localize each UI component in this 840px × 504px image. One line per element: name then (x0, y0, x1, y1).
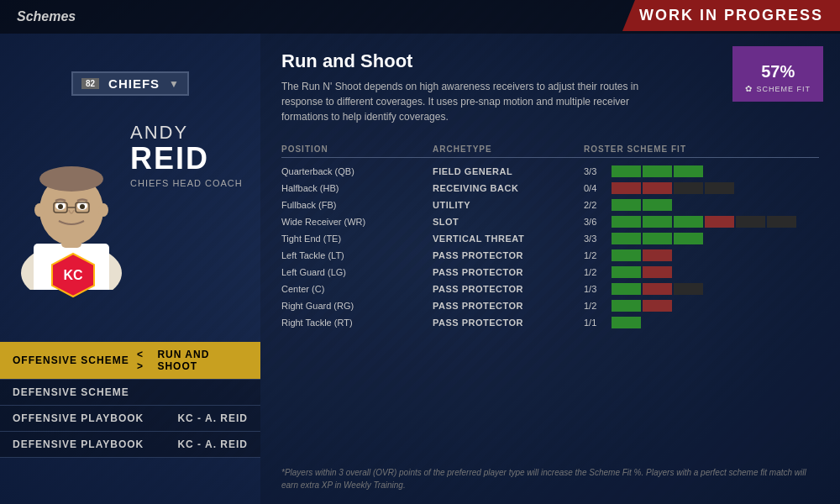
main-content: 82 CHIEFS ▼ (0, 34, 840, 504)
svg-point-13 (98, 203, 108, 217)
coach-last-name: REID (130, 144, 243, 174)
roster-fit: 3/3 (584, 165, 819, 177)
scheme-label: OFFENSIVE PLAYBOOK (13, 412, 144, 424)
fit-bar-green (674, 216, 703, 228)
svg-point-8 (80, 204, 85, 209)
roster-archetype: FIELD GENERAL (433, 166, 584, 176)
fit-bar-green (643, 165, 672, 177)
roster-row: Center (C) PASS PROTECTOR 1/3 (281, 281, 819, 297)
roster-row: Left Guard (LG) PASS PROTECTOR 1/2 (281, 264, 819, 281)
fit-ratio: 1/3 (584, 284, 605, 294)
roster-row: Wide Receiver (WR) SLOT 3/6 (281, 213, 819, 230)
header-fit: ROSTER SCHEME FIT (584, 144, 819, 154)
fit-bars (612, 233, 819, 244)
roster-row: Quarterback (QB) FIELD GENERAL 3/3 (281, 163, 819, 180)
fit-bar-green (612, 266, 641, 278)
fit-bar-red (643, 249, 672, 261)
fit-ratio: 3/3 (584, 234, 605, 244)
fit-bars (612, 165, 819, 177)
fit-bar-green (612, 283, 641, 295)
scheme-menu-item-2[interactable]: OFFENSIVE PLAYBOOK KC - A. REID (0, 406, 260, 432)
fit-bar-green (612, 233, 641, 244)
flower-icon: ✿ (745, 84, 753, 93)
fit-bars (612, 300, 819, 312)
fit-bar-green (612, 165, 641, 177)
scheme-menu-item-1[interactable]: DEFENSIVE SCHEME (0, 380, 260, 406)
wip-banner: WORK IN PROGRESS (622, 0, 840, 31)
fit-ratio: 1/2 (584, 250, 605, 260)
roster-position: Quarterback (QB) (281, 166, 433, 176)
roster-archetype: PASS PROTECTOR (433, 284, 584, 294)
fit-bars (612, 199, 819, 211)
roster-row: Right Guard (RG) PASS PROTECTOR 1/2 (281, 297, 819, 314)
fit-bar-dark (674, 182, 703, 194)
left-panel: 82 CHIEFS ▼ (0, 34, 260, 504)
fit-bars (612, 182, 819, 194)
fit-bar-dark (767, 216, 796, 228)
roster-position: Left Tackle (LT) (281, 250, 433, 260)
fit-ratio: 1/2 (584, 301, 605, 311)
fit-bars (612, 283, 819, 295)
roster-position: Wide Receiver (WR) (281, 217, 433, 227)
roster-table: POSITION ARCHETYPE ROSTER SCHEME FIT Qua… (281, 141, 819, 331)
fit-bars (612, 216, 819, 228)
fit-bar-green (674, 233, 703, 244)
roster-row: Fullback (FB) UTILITY 2/2 (281, 197, 819, 213)
roster-archetype: UTILITY (433, 200, 584, 210)
roster-fit: 0/4 (584, 182, 819, 194)
fit-ratio: 1/1 (584, 318, 605, 328)
header-archetype: ARCHETYPE (433, 144, 584, 154)
header-position: POSITION (281, 144, 433, 154)
team-selector[interactable]: 82 CHIEFS ▼ (71, 71, 189, 96)
roster-archetype: PASS PROTECTOR (433, 318, 584, 328)
scheme-label: DEFENSIVE PLAYBOOK (13, 438, 144, 450)
fit-bar-red (643, 266, 672, 278)
roster-fit: 3/6 (584, 216, 819, 228)
fit-ratio: 0/4 (584, 183, 605, 193)
scheme-description: The Run N' Shoot depends on high awarene… (281, 79, 643, 124)
roster-fit: 1/1 (584, 317, 819, 328)
fit-bar-red (705, 216, 734, 228)
roster-archetype: RECEIVING BACK (433, 183, 584, 193)
roster-fit: 1/3 (584, 283, 819, 295)
roster-position: Fullback (FB) (281, 200, 433, 210)
roster-position: Halfback (HB) (281, 183, 433, 193)
scheme-inactive-value: KC - A. REID (177, 438, 248, 450)
fit-bar-red (643, 283, 672, 295)
scheme-fit-label: ✿ SCHEME FIT (745, 84, 811, 93)
fit-bars (612, 249, 819, 261)
fit-bars (612, 317, 819, 328)
fit-bar-red (643, 300, 672, 312)
roster-row: Tight End (TE) VERTICAL THREAT 3/3 (281, 230, 819, 247)
dropdown-arrow-icon: ▼ (169, 78, 179, 90)
roster-row: Left Tackle (LT) PASS PROTECTOR 1/2 (281, 247, 819, 264)
scheme-label: DEFENSIVE SCHEME (13, 386, 130, 398)
scheme-menu-item-0[interactable]: OFFENSIVE SCHEME < > RUN AND SHOOT (0, 342, 260, 380)
roster-row: Right Tackle (RT) PASS PROTECTOR 1/1 (281, 314, 819, 331)
roster-position: Left Guard (LG) (281, 267, 433, 277)
roster-position: Right Tackle (RT) (281, 318, 433, 328)
svg-point-12 (34, 203, 45, 217)
fit-bar-green (643, 199, 672, 211)
scheme-label: OFFENSIVE SCHEME (13, 354, 130, 366)
scheme-menu: OFFENSIVE SCHEME < > RUN AND SHOOTDEFENS… (0, 342, 260, 458)
roster-rows: Quarterback (QB) FIELD GENERAL 3/3 Halfb… (281, 163, 819, 331)
fit-ratio: 3/6 (584, 217, 605, 227)
fit-bar-red (612, 182, 641, 194)
roster-fit: 1/2 (584, 300, 819, 312)
scheme-menu-item-3[interactable]: DEFENSIVE PLAYBOOK KC - A. REID (0, 432, 260, 458)
scheme-active-value: RUN AND SHOOT (157, 349, 248, 372)
roster-fit: 1/2 (584, 249, 819, 261)
roster-position: Tight End (TE) (281, 234, 433, 244)
team-logo: KC (50, 252, 97, 298)
roster-position: Right Guard (RG) (281, 301, 433, 311)
roster-archetype: SLOT (433, 217, 584, 227)
fit-bar-green (612, 216, 641, 228)
svg-point-4 (39, 166, 103, 192)
scheme-fit-percent: 57% (745, 55, 811, 81)
fit-bar-green (612, 249, 641, 261)
schemes-label: Schemes (17, 9, 76, 24)
fit-bar-green (643, 216, 672, 228)
roster-archetype: VERTICAL THREAT (433, 234, 584, 244)
fit-bar-dark (674, 283, 703, 295)
